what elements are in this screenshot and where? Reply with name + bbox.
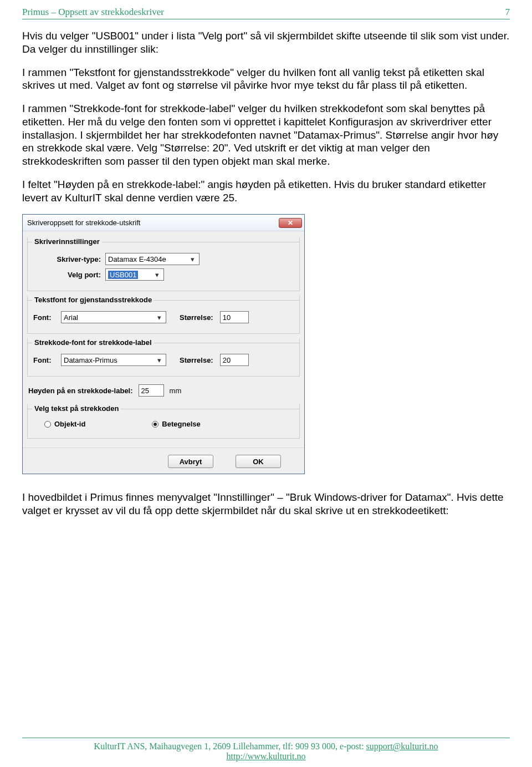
barcodefont-font-value: Datamax-Primus — [64, 356, 117, 364]
paragraph-1: Hvis du velger "USB001" under i lista "V… — [22, 29, 510, 56]
printer-type-combo[interactable]: Datamax E-4304e ▾ — [105, 253, 200, 265]
textfont-size-input[interactable]: 10 — [220, 311, 249, 323]
chevron-down-icon: ▾ — [152, 271, 161, 279]
port-label: Velg port: — [33, 271, 105, 279]
close-button[interactable]: ✕ — [279, 218, 302, 228]
textfont-size-value: 10 — [223, 313, 231, 322]
label-height-input[interactable]: 25 — [139, 384, 164, 397]
group-velg-tekst: Velg tekst på strekkoden Objekt-id Beteg… — [27, 404, 300, 439]
group-tekstfont: Tekstfont for gjenstandsstrekkode Font: … — [27, 296, 300, 334]
footer-url: http://www.kulturit.no — [22, 751, 510, 761]
radio-icon — [44, 421, 51, 428]
footer-email: support@kulturit.no — [366, 741, 438, 751]
header-rule — [22, 19, 510, 19]
textfont-font-value: Arial — [64, 313, 78, 322]
dialog-title: Skriveroppsett for strekkode-utskrift — [27, 219, 140, 227]
label-height-value: 25 — [141, 387, 149, 395]
footer-line1: KulturIT ANS, Maihaugvegen 1, 2609 Lille… — [22, 741, 510, 751]
dialog-titlebar[interactable]: Skriveroppsett for strekkode-utskrift ✕ — [23, 215, 304, 231]
radio-betegnelse[interactable]: Betegnelse — [152, 420, 200, 428]
label-height-unit: mm — [170, 387, 182, 395]
barcodefont-size-input[interactable]: 20 — [220, 354, 249, 366]
radio-icon — [152, 421, 158, 428]
printer-type-label: Skriver-type: — [33, 255, 105, 263]
body-text-2: I hovedbildet i Primus finnes menyvalget… — [22, 491, 510, 517]
group-strekkodefont: Strekkode-font for strekkode-label Font:… — [27, 338, 300, 377]
paragraph-2: I rammen "Tekstfont for gjenstandsstrekk… — [22, 66, 510, 93]
printer-type-value: Datamax E-4304e — [108, 255, 166, 263]
page-header: Primus – Oppsett av strekkodeskriver 7 — [22, 7, 510, 19]
chevron-down-icon: ▾ — [155, 356, 163, 364]
header-title: Primus – Oppsett av strekkodeskriver — [22, 7, 164, 18]
chevron-down-icon: ▾ — [155, 313, 163, 322]
barcodefont-size-label: Størrelse: — [180, 356, 213, 364]
paragraph-3: I rammen "Strekkode-font for strekkode-l… — [22, 102, 510, 168]
paragraph-4: I feltet "Høyden på en strekkode-label:"… — [22, 178, 510, 205]
barcodefont-font-label: Font: — [33, 356, 61, 364]
printer-setup-dialog: Skriveroppsett for strekkode-utskrift ✕ … — [22, 214, 305, 474]
label-height-label: Høyden på en strekkode-label: — [28, 387, 133, 395]
barcodefont-font-combo[interactable]: Datamax-Primus ▾ — [61, 354, 166, 366]
barcodefont-size-value: 20 — [223, 356, 231, 364]
paragraph-5: I hovedbildet i Primus finnes menyvalget… — [22, 491, 510, 517]
close-icon: ✕ — [288, 219, 293, 227]
chevron-down-icon: ▾ — [188, 255, 197, 263]
legend-skriverinnstillinger: Skriverinnstillinger — [32, 237, 102, 246]
textfont-font-label: Font: — [33, 313, 61, 322]
radio-objekt-id-label: Objekt-id — [54, 420, 85, 428]
radio-betegnelse-label: Betegnelse — [162, 420, 200, 428]
footer-rule — [22, 738, 510, 738]
ok-button[interactable]: OK — [236, 455, 281, 468]
page-footer: KulturIT ANS, Maihaugvegen 1, 2609 Lille… — [22, 738, 510, 761]
body-text: Hvis du velger "USB001" under i lista "V… — [22, 29, 510, 204]
legend-tekstfont: Tekstfont for gjenstandsstrekkode — [32, 296, 154, 304]
textfont-font-combo[interactable]: Arial ▾ — [61, 311, 166, 323]
legend-strekkodefont: Strekkode-font for strekkode-label — [32, 338, 154, 347]
page-number: 7 — [505, 7, 510, 18]
group-skriverinnstillinger: Skriverinnstillinger Skriver-type: Datam… — [27, 237, 300, 291]
legend-velg-tekst: Velg tekst på strekkoden — [32, 404, 121, 413]
footer-text: KulturIT ANS, Maihaugvegen 1, 2609 Lille… — [94, 741, 366, 751]
cancel-button[interactable]: Avbryt — [168, 455, 213, 468]
textfont-size-label: Størrelse: — [180, 313, 213, 322]
port-combo[interactable]: USB001 ▾ — [105, 268, 164, 281]
radio-objekt-id[interactable]: Objekt-id — [44, 420, 85, 428]
port-value: USB001 — [108, 271, 138, 279]
